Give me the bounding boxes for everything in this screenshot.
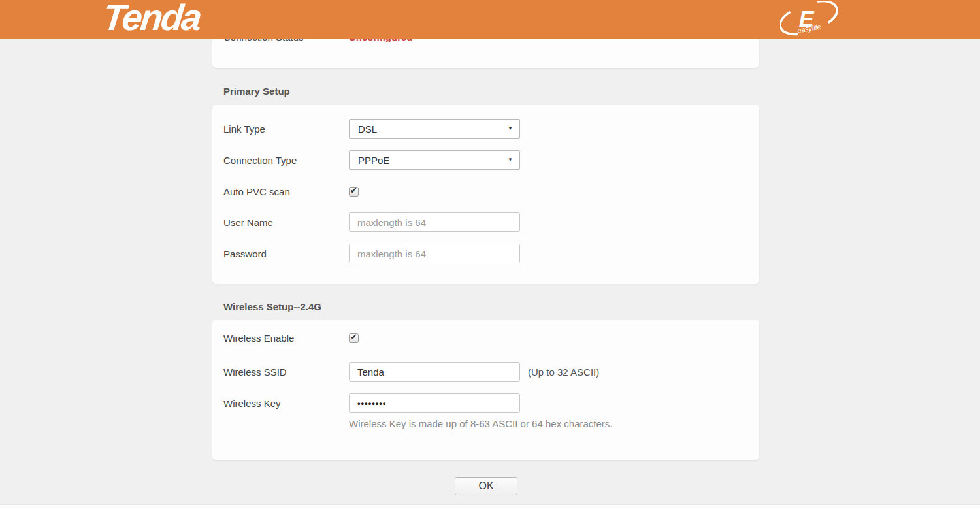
wireless-ssid-label: Wireless SSID — [223, 367, 349, 378]
link-type-value: DSL — [358, 123, 377, 135]
wireless-key-row: Wireless Key — [223, 393, 748, 413]
router-admin-page: Tenda E easylife Connection Status Uncon… — [0, 0, 980, 509]
wireless-ssid-input[interactable] — [349, 362, 520, 382]
username-row: User Name — [223, 212, 748, 232]
tenda-logo: Tenda — [101, 0, 203, 39]
password-row: Password — [223, 244, 748, 263]
easylife-logo-icon: E easylife — [780, 1, 839, 38]
auto-pvc-checkbox[interactable]: ✔ — [349, 187, 359, 197]
wireless-enable-label: Wireless Enable — [223, 333, 349, 344]
password-label: Password — [223, 248, 349, 259]
chevron-down-icon: ▼ — [508, 157, 513, 163]
wireless-enable-row: Wireless Enable ✔ — [223, 328, 748, 348]
primary-setup-title: Primary Setup — [223, 86, 290, 97]
wireless-ssid-row: Wireless SSID (Up to 32 ASCII) — [223, 362, 748, 382]
primary-setup-card: Link Type DSL ▼ Connection Type PPPoE ▼ … — [212, 105, 759, 284]
link-type-row: Link Type DSL ▼ — [223, 119, 748, 139]
wireless-setup-card: Wireless Enable ✔ Wireless SSID (Up to 3… — [212, 320, 759, 460]
username-label: User Name — [223, 217, 349, 228]
check-icon: ✔ — [350, 333, 357, 341]
auto-pvc-label: Auto PVC scan — [223, 186, 349, 197]
password-input[interactable] — [349, 244, 520, 263]
wireless-key-input[interactable] — [349, 393, 520, 413]
wireless-enable-checkbox[interactable]: ✔ — [349, 333, 359, 343]
auto-pvc-row: Auto PVC scan ✔ — [223, 182, 748, 201]
link-type-select[interactable]: DSL ▼ — [349, 119, 520, 139]
check-icon: ✔ — [350, 186, 357, 195]
content-column: Connection Status Unconfigured Primary S… — [212, 0, 759, 509]
username-input[interactable] — [349, 212, 520, 232]
horizontal-scrollbar[interactable] — [0, 504, 980, 509]
ok-button[interactable]: OK — [455, 477, 517, 495]
chevron-down-icon: ▼ — [508, 126, 513, 131]
connection-type-value: PPPoE — [358, 155, 389, 166]
wireless-setup-title: Wireless Setup--2.4G — [223, 301, 321, 312]
connection-type-row: Connection Type PPPoE ▼ — [223, 150, 748, 170]
link-type-label: Link Type — [223, 123, 349, 135]
connection-type-select[interactable]: PPPoE ▼ — [349, 150, 520, 170]
wireless-ssid-hint: (Up to 32 ASCII) — [528, 367, 599, 378]
wireless-key-label: Wireless Key — [223, 398, 349, 409]
connection-type-label: Connection Type — [223, 155, 349, 166]
header-bar: Tenda E easylife — [0, 0, 980, 39]
wireless-key-hint: Wireless Key is made up of 8-63 ASCII or… — [349, 418, 613, 429]
